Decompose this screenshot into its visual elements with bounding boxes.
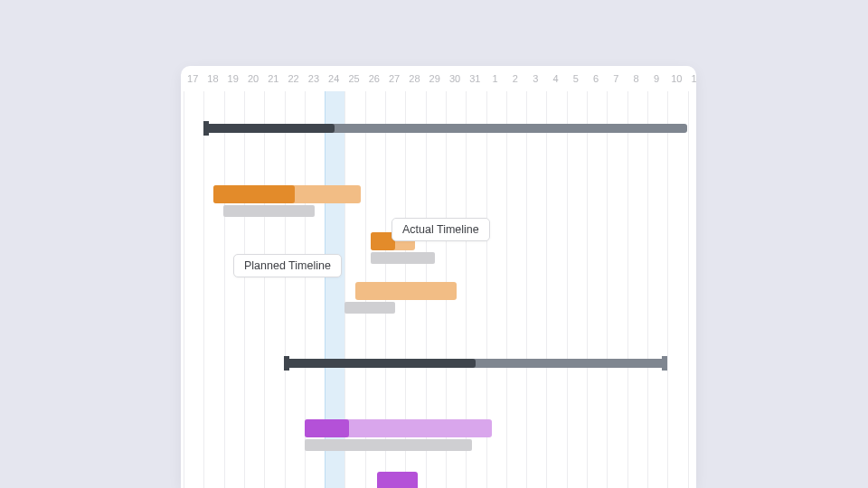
date-col-2: 2 xyxy=(505,73,525,84)
date-col-31: 31 xyxy=(465,73,485,84)
date-col-19: 19 xyxy=(223,73,243,84)
date-col-27: 27 xyxy=(384,73,404,84)
date-col-22: 22 xyxy=(283,73,303,84)
date-col-18: 18 xyxy=(203,73,222,84)
date-col-23: 23 xyxy=(304,73,324,84)
task-bar-actual-1-1[interactable] xyxy=(213,185,361,203)
actual-timeline-label: Actual Timeline xyxy=(392,218,490,241)
date-col-8: 8 xyxy=(627,73,646,84)
task-bar-planned-1-3[interactable] xyxy=(344,302,395,314)
date-col-28: 28 xyxy=(404,73,424,84)
date-col-26: 26 xyxy=(364,73,384,84)
date-col-29: 29 xyxy=(425,73,445,84)
date-col-25: 25 xyxy=(344,73,363,84)
summary-bar-1[interactable] xyxy=(203,124,687,133)
date-col-24: 24 xyxy=(324,73,344,84)
date-col-20: 20 xyxy=(243,73,263,84)
date-col-30: 30 xyxy=(445,73,465,84)
task-bar-planned-2-1[interactable] xyxy=(305,439,472,451)
date-col-1: 1 xyxy=(485,73,505,84)
gantt-panel: 1718192021222324252627282930311234567891… xyxy=(181,66,696,488)
task-bar-actual-1-3[interactable] xyxy=(355,282,457,300)
date-col-9: 9 xyxy=(646,73,666,84)
task-bar-planned-1-2[interactable] xyxy=(371,252,435,264)
date-col-7: 7 xyxy=(606,73,626,84)
date-col-6: 6 xyxy=(586,73,606,84)
date-header: 1718192021222324252627282930311234567891… xyxy=(181,66,696,91)
date-col-5: 5 xyxy=(566,73,586,84)
date-col-11: 11 xyxy=(686,73,696,84)
date-col-21: 21 xyxy=(263,73,283,84)
planned-timeline-label: Planned Timeline xyxy=(233,254,342,277)
summary-bar-2[interactable] xyxy=(284,359,667,368)
date-col-4: 4 xyxy=(545,73,565,84)
task-bar-actual-2-2[interactable] xyxy=(377,472,418,488)
bars-layer: Actual Timeline Planned Timeline xyxy=(184,91,696,488)
date-col-3: 3 xyxy=(525,73,545,84)
task-bar-actual-2-1[interactable] xyxy=(305,419,492,437)
task-bar-planned-1-1[interactable] xyxy=(223,205,315,217)
date-col-17: 17 xyxy=(183,73,203,84)
date-col-10: 10 xyxy=(666,73,686,84)
